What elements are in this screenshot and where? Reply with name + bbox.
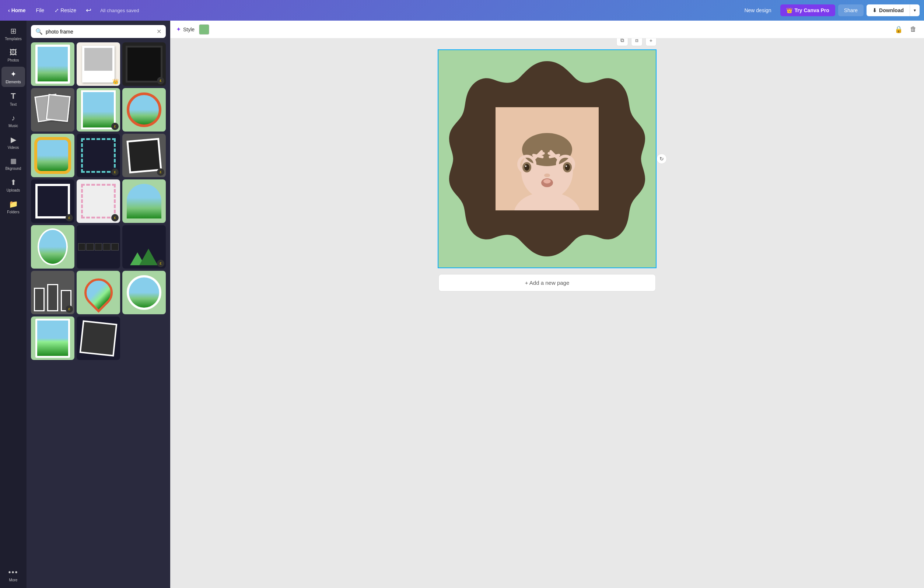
canvas-area: ✦ Style 🔒 🗑 ⧉ ⧈ <box>170 21 924 588</box>
rotate-handle[interactable]: ↻ <box>657 154 667 164</box>
share-button[interactable]: Share <box>838 5 864 16</box>
more-icon: ••• <box>8 568 18 576</box>
resize-menu[interactable]: ⤢ Resize <box>51 5 80 15</box>
list-item[interactable]: £ <box>122 42 166 86</box>
duplicate-button[interactable]: ⧈ <box>631 38 642 46</box>
templates-icon: ⊞ <box>10 26 16 35</box>
delete-button[interactable]: 🗑 <box>909 24 918 35</box>
try-pro-button[interactable]: 👑 Try Canva Pro <box>780 5 835 16</box>
pro-badge: £ <box>157 260 164 267</box>
list-item[interactable] <box>122 179 166 223</box>
saved-status: All changes saved <box>100 8 736 13</box>
color-swatch-button[interactable] <box>199 24 209 35</box>
list-item[interactable] <box>77 317 120 360</box>
magic-style-icon: ✦ <box>176 26 181 33</box>
background-icon: ▦ <box>10 157 16 165</box>
frame-gold-thumb <box>34 137 71 174</box>
duplicate-icon: ⧈ <box>635 38 639 43</box>
canvas-selection-box[interactable]: ↻ <box>438 50 657 268</box>
uploads-icon: ⬆ <box>10 178 16 187</box>
pro-badge: £ <box>111 123 119 130</box>
main-layout: ⊞ Templates 🖼 Photos ✦ Elements T Text ♪… <box>0 21 924 588</box>
search-input-wrap: 🔍 ✕ <box>31 25 166 38</box>
svg-point-18 <box>524 164 530 170</box>
background-label: Bkground <box>5 167 21 170</box>
crown-icon: 👑 <box>786 7 792 13</box>
list-item[interactable] <box>31 88 74 132</box>
list-item[interactable]: £ <box>77 179 120 223</box>
film-strip-thumb <box>78 243 86 251</box>
frame-oval-thumb <box>38 228 68 265</box>
home-button[interactable]: ‹ Home <box>5 5 30 15</box>
design-canvas <box>439 50 656 268</box>
file-menu[interactable]: File <box>32 5 48 15</box>
lock-button[interactable]: 🔒 <box>893 24 904 35</box>
sidebar-item-elements[interactable]: ✦ Elements <box>2 67 25 87</box>
undo-button[interactable]: ↩ <box>83 4 94 17</box>
add-button[interactable]: + <box>645 38 657 46</box>
list-item[interactable]: £ <box>122 225 166 269</box>
list-item[interactable]: £ <box>122 134 166 177</box>
canvas-container: ⧉ ⧈ + <box>438 50 657 297</box>
sidebar-item-background[interactable]: ▦ Bkground <box>2 154 25 173</box>
text-icon: T <box>11 91 15 101</box>
list-item[interactable] <box>31 134 74 177</box>
photo-content <box>495 107 599 210</box>
search-input[interactable] <box>46 29 153 35</box>
canvas-action-buttons: ⧉ ⧈ + <box>616 38 657 46</box>
download-button[interactable]: ⬇ Download <box>866 5 910 16</box>
folders-label: Folders <box>7 210 19 214</box>
left-sidebar: ⊞ Templates 🖼 Photos ✦ Elements T Text ♪… <box>0 21 26 588</box>
sidebar-item-videos[interactable]: ▶ Videos <box>2 132 25 152</box>
chevron-left-icon: ‹ <box>8 7 10 13</box>
frame-dotted-teal-thumb <box>81 138 116 173</box>
list-item[interactable] <box>31 42 74 86</box>
svg-point-19 <box>525 165 526 167</box>
templates-label: Templates <box>5 37 22 41</box>
svg-point-23 <box>544 173 550 177</box>
svg-line-8 <box>533 155 542 157</box>
list-item[interactable]: £ <box>77 88 120 132</box>
list-item[interactable]: 👑 <box>77 42 120 86</box>
sidebar-item-more[interactable]: ••• More <box>2 565 25 585</box>
frame-mountains-thumb <box>125 228 162 265</box>
search-clear-icon[interactable]: ✕ <box>157 28 162 35</box>
list-item[interactable] <box>77 271 120 314</box>
sidebar-item-folders[interactable]: 📁 Folders <box>2 197 25 217</box>
top-navbar: ‹ Home File ⤢ Resize ↩ All changes saved… <box>0 0 924 21</box>
list-item[interactable]: £ <box>31 271 74 314</box>
list-item[interactable] <box>31 225 74 269</box>
download-group: ⬇ Download ▾ <box>866 5 919 16</box>
list-item[interactable]: £ <box>77 134 120 177</box>
sidebar-item-uploads[interactable]: ⬆ Uploads <box>2 175 25 195</box>
sidebar-item-templates[interactable]: ⊞ Templates <box>2 23 25 44</box>
resize-icon: ⤢ <box>54 7 59 13</box>
frame-landscape3-thumb <box>35 319 70 358</box>
sidebar-item-text[interactable]: T Text <box>2 88 25 109</box>
frame-dotted-pink-thumb <box>81 184 116 218</box>
pro-crown-badge: 👑 <box>112 78 119 84</box>
download-dropdown-button[interactable]: ▾ <box>910 5 919 16</box>
list-item[interactable] <box>122 88 166 132</box>
style-toolbar: ✦ Style <box>176 26 195 33</box>
new-design-button[interactable]: New design <box>738 5 777 16</box>
frame-tilted-thumb <box>79 320 117 356</box>
canvas-scroll[interactable]: ⧉ ⧈ + <box>170 38 924 588</box>
list-item[interactable] <box>31 317 74 360</box>
sidebar-item-photos[interactable]: 🖼 Photos <box>2 45 25 65</box>
photos-label: Photos <box>7 58 19 62</box>
try-pro-label: Try Canva Pro <box>795 7 829 13</box>
frame-polaroid-thumb <box>82 46 115 83</box>
copy-style-button[interactable]: ⧉ <box>616 38 628 46</box>
list-item[interactable]: £ <box>31 179 74 223</box>
text-label: Text <box>10 102 16 106</box>
music-icon: ♪ <box>12 114 15 122</box>
add-page-button[interactable]: + Add a new page <box>439 274 656 291</box>
sidebar-item-music[interactable]: ♪ Music <box>2 111 25 131</box>
search-bar: 🔍 ✕ <box>26 21 170 42</box>
list-item[interactable] <box>122 271 166 314</box>
elements-icon: ✦ <box>10 69 16 78</box>
more-label: More <box>9 578 18 582</box>
list-item[interactable] <box>77 225 120 269</box>
style-label: Style <box>183 26 195 32</box>
